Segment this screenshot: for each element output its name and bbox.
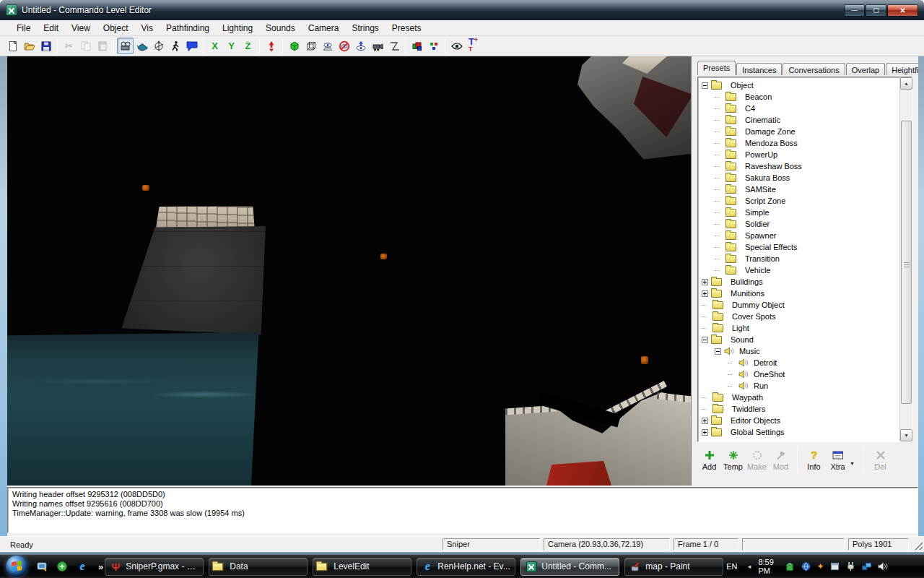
language-indicator[interactable]: EN	[723, 561, 740, 572]
start-button[interactable]	[6, 556, 27, 577]
resize-grip[interactable]	[912, 540, 923, 550]
battery-status-icon[interactable]	[785, 561, 796, 572]
scroll-down-icon[interactable]: ▼	[900, 429, 912, 441]
tree-item-global-settings[interactable]: Global Settings	[699, 426, 899, 438]
taskbar-button-renhelp-net-ev-[interactable]: eRenHelp.net - Ev...	[417, 558, 515, 576]
axis-x-icon[interactable]: X	[206, 38, 223, 54]
menu-view[interactable]: View	[65, 21, 97, 35]
maximize-button[interactable]: ▢	[866, 4, 886, 17]
tree-item-powerup[interactable]: PowerUp	[699, 149, 899, 160]
viewport-3d[interactable]	[7, 56, 692, 486]
expand-icon[interactable]	[702, 290, 708, 297]
tree-item-editor-objects[interactable]: Editor Objects	[699, 415, 899, 426]
open-file-icon[interactable]	[21, 38, 38, 54]
expand-icon[interactable]	[702, 279, 708, 285]
show-desktop-icon[interactable]	[35, 559, 49, 574]
taskbar-button-data[interactable]: Data	[209, 558, 308, 576]
menu-sounds[interactable]: Sounds	[259, 21, 302, 35]
scrollbar-thumb[interactable]	[901, 121, 912, 404]
collapse-icon[interactable]	[702, 82, 708, 89]
object-marker[interactable]	[641, 356, 648, 364]
scroll-up-icon[interactable]: ▲	[900, 77, 912, 90]
switch-windows-icon[interactable]	[55, 559, 69, 574]
xtra-dropdown-icon[interactable]: ▼	[850, 454, 859, 466]
visibility-up-icon[interactable]	[352, 38, 369, 54]
xtra-button[interactable]: Xtra	[826, 449, 850, 471]
tree-item-spawner[interactable]: Spawner	[699, 230, 899, 241]
tree-item-script-zone[interactable]: Script Zone	[699, 195, 899, 207]
angle-tool-icon[interactable]	[385, 38, 402, 54]
tree-item-waypath[interactable]: Waypath	[699, 392, 899, 403]
temp-button[interactable]: Temp	[721, 449, 745, 471]
title-bar[interactable]: Untitled - Commando Level Editor —▢✕	[0, 0, 924, 20]
save-file-icon[interactable]	[38, 38, 54, 54]
java-globe-icon[interactable]	[801, 561, 811, 572]
collapse-icon[interactable]	[715, 348, 721, 355]
tree-item-buildings[interactable]: Buildings	[699, 276, 899, 288]
tree-item-vehicle[interactable]: Vehicle	[699, 264, 899, 276]
tree-item-object[interactable]: Object	[699, 79, 899, 91]
taskbar-button-map-paint[interactable]: map - Paint	[624, 558, 723, 576]
color-cubes-icon[interactable]	[409, 38, 425, 54]
expand-icon[interactable]	[702, 429, 708, 436]
text-size-icon[interactable]: T+T	[465, 38, 481, 54]
tree-item-dummy-object[interactable]: Dummy Object	[699, 299, 899, 311]
toolbar-overflow-chevron[interactable]: »	[97, 561, 105, 572]
internet-explorer-icon[interactable]: e	[75, 559, 90, 574]
expand-icon[interactable]	[702, 418, 708, 424]
hidden-icons-arrow-icon[interactable]: ◂	[746, 561, 754, 572]
minimize-button[interactable]: —	[844, 4, 865, 17]
solid-cube-icon[interactable]	[286, 38, 302, 54]
camera-mode-icon[interactable]	[117, 38, 134, 54]
walk-through-icon[interactable]	[167, 38, 183, 54]
tab-conversations[interactable]: Conversations	[783, 63, 845, 75]
volume-speaker-icon[interactable]	[877, 561, 888, 572]
taskbar-button-untitled-comm-[interactable]: Untitled - Comm...	[520, 558, 619, 576]
taskbar-button-sniperp-gmax-g-[interactable]: ΨSniperP.gmax - g...	[105, 558, 204, 576]
comment-bubble-icon[interactable]	[183, 38, 200, 54]
output-log[interactable]: Writing header offset 9295312 (008DD5D0)…	[7, 487, 918, 533]
tree-scrollbar[interactable]: ▲ ▼	[899, 77, 912, 441]
tree-item-twiddlers[interactable]: Twiddlers	[699, 403, 899, 415]
menu-camera[interactable]: Camera	[302, 21, 346, 35]
axis-z-icon[interactable]: Z	[240, 38, 256, 54]
menu-pathfinding[interactable]: Pathfinding	[160, 21, 216, 35]
app-window-icon[interactable]	[829, 561, 840, 572]
tree-item-sakura-boss[interactable]: Sakura Boss	[699, 172, 899, 184]
app-icon[interactable]	[6, 4, 17, 16]
tree-item-damage-zone[interactable]: Damage Zone	[699, 126, 899, 137]
tree-item-detroit[interactable]: Detroit	[699, 357, 899, 368]
menu-edit[interactable]: Edit	[37, 21, 65, 35]
info-button[interactable]: ?Info	[802, 449, 826, 471]
collapse-icon[interactable]	[702, 337, 708, 343]
dolly-camera-icon[interactable]	[369, 38, 385, 54]
orbit-axes-icon[interactable]	[150, 38, 167, 54]
tree-item-sound[interactable]: Sound	[699, 334, 899, 345]
tree-item-cover-spots[interactable]: Cover Spots	[699, 311, 899, 322]
tree-item-c4[interactable]: C4	[699, 103, 899, 114]
close-button[interactable]: ✕	[887, 4, 918, 17]
tree-item-munitions[interactable]: Munitions	[699, 288, 899, 299]
tree-item-soldier[interactable]: Soldier	[699, 218, 899, 230]
menu-lighting[interactable]: Lighting	[216, 21, 259, 35]
tree-item-samsite[interactable]: SAMSite	[699, 184, 899, 195]
add-button[interactable]: Add	[697, 449, 721, 471]
wireframe-cube-icon[interactable]	[302, 38, 319, 54]
menu-strings[interactable]: Strings	[345, 21, 385, 35]
tree-item-special-effects[interactable]: Special Effects	[699, 241, 899, 253]
tab-instances[interactable]: Instances	[736, 63, 782, 75]
tree-item-raveshaw-boss[interactable]: Raveshaw Boss	[699, 160, 899, 172]
new-file-icon[interactable]	[4, 38, 21, 54]
tree-item-simple[interactable]: Simple	[699, 207, 899, 218]
axis-y-icon[interactable]: Y	[223, 38, 240, 54]
rgb-points-icon[interactable]	[425, 38, 442, 54]
menu-vis[interactable]: Vis	[135, 21, 160, 35]
tree-item-beacon[interactable]: Beacon	[699, 91, 899, 103]
render-teapot-icon[interactable]	[134, 38, 150, 54]
menu-presets[interactable]: Presets	[385, 21, 428, 35]
tree-item-transition[interactable]: Transition	[699, 253, 899, 264]
drop-to-ground-icon[interactable]	[263, 38, 279, 54]
network-status-icon[interactable]	[861, 561, 872, 572]
tab-overlap[interactable]: Overlap	[846, 63, 886, 75]
tree-item-light[interactable]: Light	[699, 322, 899, 334]
